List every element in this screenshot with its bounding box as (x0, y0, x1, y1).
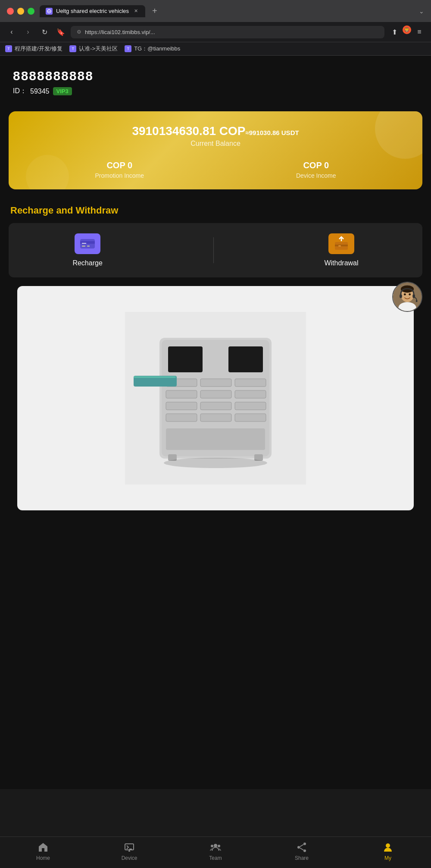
recharge-action[interactable]: Recharge (72, 233, 102, 267)
svg-rect-24 (228, 346, 263, 372)
id-label: ID： (13, 87, 27, 96)
menu-button[interactable]: ≡ (413, 25, 426, 38)
svg-rect-5 (87, 245, 90, 247)
nav-actions: ⬆ 🦁 ≡ (388, 25, 426, 38)
nav-my-label: My (384, 855, 391, 861)
device-illustration (125, 312, 306, 484)
nav-device[interactable]: Device (112, 841, 147, 861)
forward-button[interactable]: › (22, 25, 34, 38)
bookmark-favicon-3: T (125, 45, 131, 52)
withdrawal-icon (328, 233, 354, 254)
balance-cop: 3910134630.81 COP (132, 124, 245, 138)
avatar-image (393, 283, 422, 311)
svg-rect-4 (82, 245, 85, 247)
share-button[interactable]: ⬆ (388, 25, 401, 38)
svg-point-16 (409, 293, 411, 296)
browser-chrome: Ueltg shared electric vehicles ✕ + ⌄ ‹ ›… (0, 0, 431, 56)
title-bar: Ueltg shared electric vehicles ✕ + ⌄ (0, 0, 431, 22)
reload-button[interactable]: ↻ (38, 25, 51, 38)
promotion-income-label: Promotion Income (95, 172, 144, 179)
bookmark-button[interactable]: 🔖 (54, 25, 67, 38)
floating-avatar[interactable] (392, 282, 422, 312)
device-image-container (17, 286, 414, 510)
balance-card: 3910134630.81 COP≈991030.86 USDT Current… (9, 111, 422, 189)
device-icon (123, 841, 135, 853)
nav-my[interactable]: My (371, 841, 405, 861)
brave-icon[interactable]: 🦁 (403, 25, 411, 34)
svg-point-50 (303, 843, 306, 845)
id-value: 59345 (30, 88, 50, 95)
svg-point-15 (404, 293, 406, 296)
svg-rect-34 (166, 414, 197, 421)
back-button[interactable]: ‹ (5, 25, 18, 38)
balance-amount: 3910134630.81 COP≈991030.86 USDT (19, 124, 412, 138)
url-text: https://licai102.timibbs.vip/... (85, 29, 155, 35)
tab-close-button[interactable]: ✕ (132, 8, 139, 15)
share-icon (296, 841, 308, 853)
id-row: ID： 59345 VIP3 (13, 87, 418, 96)
svg-point-55 (386, 843, 390, 848)
address-bar[interactable]: ⚙ https://licai102.timibbs.vip/... (71, 26, 384, 38)
svg-line-53 (300, 845, 303, 847)
svg-rect-8 (335, 245, 348, 246)
action-divider (213, 237, 214, 263)
svg-rect-17 (400, 294, 402, 298)
secure-icon: ⚙ (77, 29, 81, 35)
nav-team-label: Team (209, 855, 222, 861)
bookmark-item-3[interactable]: T TG：@tianmeibbs (125, 45, 180, 53)
tab-overflow-button[interactable]: ⌄ (419, 8, 424, 15)
tab-title: Ueltg shared electric vehicles (56, 8, 129, 14)
bookmarks-bar: T 程序搭建/开发/修复 T 认准->天美社区 T TG：@tianmeibbs (0, 42, 431, 56)
bookmark-item-2[interactable]: T 认准->天美社区 (69, 45, 118, 53)
device-income-label: Device Income (296, 172, 336, 179)
nav-home[interactable]: Home (26, 841, 60, 861)
nav-team[interactable]: Team (198, 841, 233, 861)
bookmark-favicon-2: T (69, 45, 76, 52)
tab-bar: Ueltg shared electric vehicles ✕ + ⌄ (40, 4, 424, 18)
svg-point-52 (297, 846, 300, 849)
svg-point-48 (211, 845, 213, 847)
active-tab[interactable]: Ueltg shared electric vehicles ✕ (40, 5, 145, 17)
withdrawal-action[interactable]: Withdrawal (324, 233, 358, 267)
svg-rect-9 (338, 245, 341, 246)
maximize-button[interactable] (28, 8, 34, 15)
close-button[interactable] (7, 8, 14, 15)
navigation-bar: ‹ › ↻ 🔖 ⚙ https://licai102.timibbs.vip/.… (0, 22, 431, 42)
username: 8888888888 (13, 69, 418, 83)
promotion-income: COP 0 Promotion Income (95, 160, 144, 179)
team-icon (209, 841, 222, 853)
bookmark-item-1[interactable]: T 程序搭建/开发/修复 (5, 45, 62, 53)
svg-rect-30 (235, 390, 266, 398)
spacer (0, 510, 431, 554)
balance-row: COP 0 Promotion Income COP 0 Device Inco… (19, 160, 412, 179)
balance-usdt: ≈991030.86 USDT (245, 129, 299, 136)
recharge-icon (75, 233, 100, 254)
recharge-label: Recharge (72, 259, 102, 267)
svg-rect-27 (235, 379, 266, 387)
promotion-income-value: COP 0 (95, 160, 144, 170)
nav-home-label: Home (36, 855, 50, 861)
vip-badge: VIP3 (53, 87, 72, 95)
svg-point-42 (164, 458, 267, 468)
device-income: COP 0 Device Income (296, 160, 336, 179)
minimize-button[interactable] (17, 8, 24, 15)
balance-label: Current Balance (19, 140, 412, 148)
new-tab-button[interactable]: + (149, 4, 161, 18)
svg-rect-28 (166, 390, 197, 398)
nav-device-label: Device (122, 855, 137, 861)
device-image-area (9, 286, 422, 510)
svg-rect-19 (416, 300, 418, 302)
svg-point-49 (218, 845, 220, 847)
bookmark-label-2: 认准->天美社区 (79, 45, 118, 53)
bookmark-label-3: TG：@tianmeibbs (134, 45, 180, 53)
page-content: 8888888888 ID： 59345 VIP3 3910134630.81 … (0, 56, 431, 789)
svg-rect-38 (134, 376, 176, 378)
traffic-lights (7, 8, 34, 15)
my-icon (382, 841, 394, 853)
svg-rect-32 (200, 402, 231, 410)
actions-row: Recharge Withdrawal (9, 223, 422, 277)
svg-point-47 (214, 844, 217, 847)
svg-point-51 (303, 849, 306, 852)
bookmark-label-1: 程序搭建/开发/修复 (15, 45, 62, 53)
nav-share[interactable]: Share (284, 841, 319, 861)
